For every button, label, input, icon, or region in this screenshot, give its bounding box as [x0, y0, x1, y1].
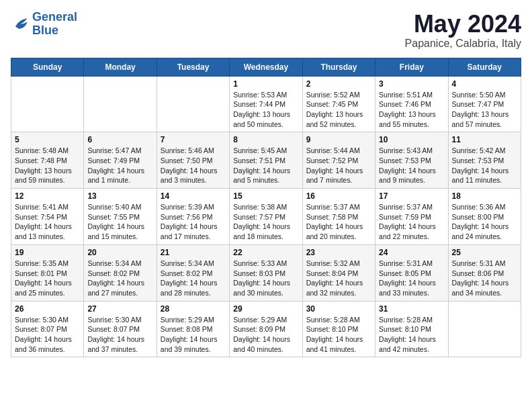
day-info: Sunrise: 5:46 AMSunset: 7:50 PMDaylight:… [161, 146, 226, 185]
month-title: May 2024 [405, 11, 521, 38]
calendar-cell: 3Sunrise: 5:51 AMSunset: 7:46 PMDaylight… [375, 76, 448, 132]
day-info: Sunrise: 5:35 AMSunset: 8:01 PMDaylight:… [15, 259, 80, 298]
day-number: 30 [306, 304, 371, 314]
calendar-week-3: 12Sunrise: 5:41 AMSunset: 7:54 PMDayligh… [11, 189, 521, 245]
day-info: Sunrise: 5:39 AMSunset: 7:56 PMDaylight:… [161, 202, 226, 242]
day-info: Sunrise: 5:47 AMSunset: 7:49 PMDaylight:… [87, 146, 152, 185]
day-number: 19 [15, 248, 80, 257]
day-info: Sunrise: 5:37 AMSunset: 7:58 PMDaylight:… [306, 202, 371, 242]
calendar-cell: 11Sunrise: 5:42 AMSunset: 7:53 PMDayligh… [448, 132, 521, 189]
day-number: 31 [379, 304, 444, 314]
day-header-thursday: Thursday [302, 58, 375, 76]
calendar-cell: 9Sunrise: 5:44 AMSunset: 7:52 PMDaylight… [302, 132, 375, 189]
calendar-cell: 27Sunrise: 5:30 AMSunset: 8:07 PMDayligh… [84, 301, 157, 357]
day-info: Sunrise: 5:29 AMSunset: 8:08 PMDaylight:… [161, 315, 226, 355]
day-number: 12 [15, 191, 80, 201]
calendar-cell: 23Sunrise: 5:32 AMSunset: 8:04 PMDayligh… [302, 244, 375, 301]
day-number: 25 [452, 248, 517, 257]
day-info: Sunrise: 5:48 AMSunset: 7:48 PMDaylight:… [15, 146, 80, 185]
day-number: 13 [87, 191, 152, 201]
day-number: 10 [379, 135, 444, 144]
calendar-cell: 8Sunrise: 5:45 AMSunset: 7:51 PMDaylight… [230, 132, 302, 189]
day-number: 9 [306, 135, 371, 144]
calendar-cell [157, 76, 229, 132]
day-info: Sunrise: 5:29 AMSunset: 8:09 PMDaylight:… [233, 315, 298, 355]
calendar-cell: 28Sunrise: 5:29 AMSunset: 8:08 PMDayligh… [157, 301, 229, 357]
day-header-friday: Friday [375, 58, 448, 76]
calendar-cell: 13Sunrise: 5:40 AMSunset: 7:55 PMDayligh… [84, 189, 157, 245]
calendar-week-5: 26Sunrise: 5:30 AMSunset: 8:07 PMDayligh… [11, 301, 521, 357]
day-number: 26 [15, 304, 80, 314]
day-header-saturday: Saturday [448, 58, 521, 76]
calendar-cell: 19Sunrise: 5:35 AMSunset: 8:01 PMDayligh… [11, 244, 84, 301]
day-info: Sunrise: 5:33 AMSunset: 8:03 PMDaylight:… [233, 259, 298, 298]
calendar-table: SundayMondayTuesdayWednesdayThursdayFrid… [11, 58, 521, 358]
calendar-cell: 21Sunrise: 5:34 AMSunset: 8:02 PMDayligh… [157, 244, 229, 301]
day-info: Sunrise: 5:34 AMSunset: 8:02 PMDaylight:… [161, 259, 226, 298]
day-info: Sunrise: 5:34 AMSunset: 8:02 PMDaylight:… [87, 259, 152, 298]
day-info: Sunrise: 5:52 AMSunset: 7:45 PMDaylight:… [306, 90, 371, 130]
logo-icon [11, 15, 30, 34]
calendar-cell: 31Sunrise: 5:28 AMSunset: 8:10 PMDayligh… [375, 301, 448, 357]
calendar-cell: 30Sunrise: 5:28 AMSunset: 8:10 PMDayligh… [302, 301, 375, 357]
day-number: 4 [452, 79, 517, 89]
day-number: 3 [379, 79, 444, 89]
day-header-wednesday: Wednesday [230, 58, 302, 76]
day-number: 21 [161, 248, 226, 257]
day-number: 5 [15, 135, 80, 144]
day-number: 14 [161, 191, 226, 201]
day-info: Sunrise: 5:42 AMSunset: 7:53 PMDaylight:… [452, 146, 517, 185]
day-number: 29 [233, 304, 298, 314]
day-header-monday: Monday [84, 58, 157, 76]
calendar-body: 1Sunrise: 5:53 AMSunset: 7:44 PMDaylight… [11, 76, 521, 357]
day-number: 22 [233, 248, 298, 257]
day-number: 1 [233, 79, 298, 89]
calendar-cell: 10Sunrise: 5:43 AMSunset: 7:53 PMDayligh… [375, 132, 448, 189]
calendar-cell: 5Sunrise: 5:48 AMSunset: 7:48 PMDaylight… [11, 132, 84, 189]
day-number: 15 [233, 191, 298, 201]
day-info: Sunrise: 5:38 AMSunset: 7:57 PMDaylight:… [233, 202, 298, 242]
day-number: 6 [87, 135, 152, 144]
calendar-cell: 25Sunrise: 5:31 AMSunset: 8:06 PMDayligh… [448, 244, 521, 301]
day-number: 7 [161, 135, 226, 144]
day-number: 8 [233, 135, 298, 144]
day-header-sunday: Sunday [11, 58, 84, 76]
day-info: Sunrise: 5:40 AMSunset: 7:55 PMDaylight:… [87, 202, 152, 242]
day-info: Sunrise: 5:28 AMSunset: 8:10 PMDaylight:… [306, 315, 371, 355]
day-info: Sunrise: 5:28 AMSunset: 8:10 PMDaylight:… [379, 315, 444, 355]
calendar-cell: 18Sunrise: 5:36 AMSunset: 8:00 PMDayligh… [448, 189, 521, 245]
calendar-cell: 14Sunrise: 5:39 AMSunset: 7:56 PMDayligh… [157, 189, 229, 245]
day-number: 28 [161, 304, 226, 314]
calendar-cell [11, 76, 84, 132]
calendar-week-1: 1Sunrise: 5:53 AMSunset: 7:44 PMDaylight… [11, 76, 521, 132]
calendar-cell: 6Sunrise: 5:47 AMSunset: 7:49 PMDaylight… [84, 132, 157, 189]
day-number: 17 [379, 191, 444, 201]
day-info: Sunrise: 5:45 AMSunset: 7:51 PMDaylight:… [233, 146, 298, 185]
calendar-cell: 29Sunrise: 5:29 AMSunset: 8:09 PMDayligh… [230, 301, 302, 357]
day-info: Sunrise: 5:32 AMSunset: 8:04 PMDaylight:… [306, 259, 371, 298]
day-header-tuesday: Tuesday [157, 58, 229, 76]
calendar-cell [84, 76, 157, 132]
calendar-cell: 20Sunrise: 5:34 AMSunset: 8:02 PMDayligh… [84, 244, 157, 301]
day-number: 24 [379, 248, 444, 257]
calendar-header: SundayMondayTuesdayWednesdayThursdayFrid… [11, 58, 521, 76]
logo-text: General Blue [32, 11, 77, 38]
calendar-cell: 15Sunrise: 5:38 AMSunset: 7:57 PMDayligh… [230, 189, 302, 245]
calendar-cell: 1Sunrise: 5:53 AMSunset: 7:44 PMDaylight… [230, 76, 302, 132]
day-number: 2 [306, 79, 371, 89]
calendar-cell: 4Sunrise: 5:50 AMSunset: 7:47 PMDaylight… [448, 76, 521, 132]
day-info: Sunrise: 5:41 AMSunset: 7:54 PMDaylight:… [15, 202, 80, 242]
calendar-cell: 12Sunrise: 5:41 AMSunset: 7:54 PMDayligh… [11, 189, 84, 245]
day-number: 18 [452, 191, 517, 201]
calendar-week-2: 5Sunrise: 5:48 AMSunset: 7:48 PMDaylight… [11, 132, 521, 189]
logo: General Blue [11, 11, 77, 38]
day-info: Sunrise: 5:53 AMSunset: 7:44 PMDaylight:… [233, 90, 298, 130]
day-number: 27 [87, 304, 152, 314]
day-number: 11 [452, 135, 517, 144]
day-info: Sunrise: 5:31 AMSunset: 8:06 PMDaylight:… [452, 259, 517, 298]
day-info: Sunrise: 5:30 AMSunset: 8:07 PMDaylight:… [15, 315, 80, 355]
calendar-cell [448, 301, 521, 357]
calendar-cell: 17Sunrise: 5:37 AMSunset: 7:59 PMDayligh… [375, 189, 448, 245]
calendar-cell: 26Sunrise: 5:30 AMSunset: 8:07 PMDayligh… [11, 301, 84, 357]
calendar-cell: 2Sunrise: 5:52 AMSunset: 7:45 PMDaylight… [302, 76, 375, 132]
